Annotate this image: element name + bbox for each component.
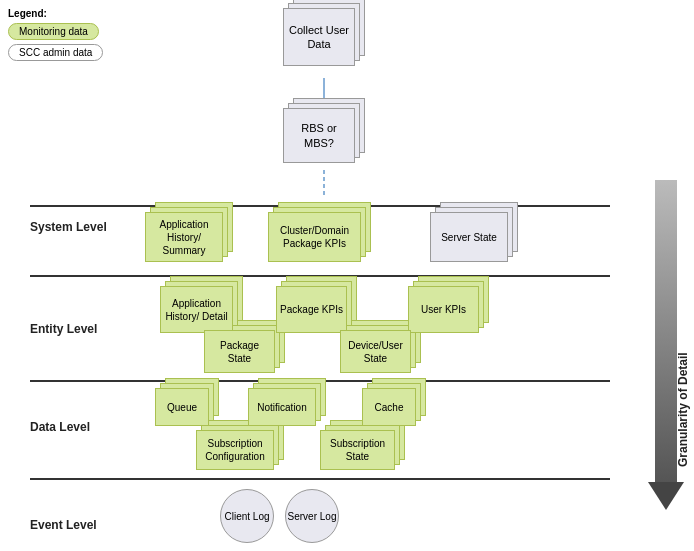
legend-scc-admin: SCC admin data	[8, 44, 103, 61]
granularity-bar	[655, 180, 677, 482]
cluster-domain-label: Cluster/Domain Package KPIs	[268, 212, 361, 262]
user-kpis-label: User KPIs	[408, 286, 479, 333]
server-log-circle: Server Log	[285, 489, 339, 543]
package-kpis-label: Package KPIs	[276, 286, 347, 333]
subscription-state-label: Subscription State	[320, 430, 395, 470]
granularity-label: Granularity of Detail	[676, 310, 690, 510]
legend-monitoring: Monitoring data	[8, 23, 103, 40]
device-user-state-label: Device/User State	[340, 330, 411, 373]
device-user-state-box: Device/User State	[340, 330, 418, 378]
data-level-label: Data Level	[30, 420, 90, 434]
cache-label: Cache	[362, 388, 416, 426]
cluster-domain-box: Cluster/Domain Package KPIs	[268, 212, 368, 267]
divider-data-bottom	[30, 478, 610, 480]
subscription-config-box: Subscription Configuration	[196, 430, 281, 474]
user-kpis-box: User KPIs	[408, 286, 486, 338]
entity-level-label: Entity Level	[30, 322, 97, 336]
collect-user-data-box: Collect User Data	[283, 8, 363, 73]
app-history-summary-box: Application History/ Summary	[145, 212, 230, 267]
queue-label: Queue	[155, 388, 209, 426]
server-state-label: Server State	[430, 212, 508, 262]
package-state-box: Package State	[204, 330, 282, 378]
package-state-label: Package State	[204, 330, 275, 373]
legend: Legend: Monitoring data SCC admin data	[8, 8, 103, 61]
queue-box: Queue	[155, 388, 215, 430]
notification-box: Notification	[248, 388, 323, 430]
legend-title: Legend:	[8, 8, 103, 19]
subscription-state-box: Subscription State	[320, 430, 402, 474]
server-state-box: Server State	[430, 212, 515, 267]
event-level-label: Event Level	[30, 518, 97, 532]
client-log-circle: Client Log	[220, 489, 274, 543]
rbs-mbs-box: RBS or MBS?	[283, 108, 363, 168]
system-level-label: System Level	[30, 220, 107, 234]
subscription-config-label: Subscription Configuration	[196, 430, 274, 470]
rbs-mbs-label: RBS or MBS?	[283, 108, 355, 163]
notification-label: Notification	[248, 388, 316, 426]
collect-user-data-label: Collect User Data	[283, 8, 355, 66]
app-history-detail-label: Application History/ Detail	[160, 286, 233, 333]
cache-box: Cache	[362, 388, 422, 430]
app-history-summary-label: Application History/ Summary	[145, 212, 223, 262]
